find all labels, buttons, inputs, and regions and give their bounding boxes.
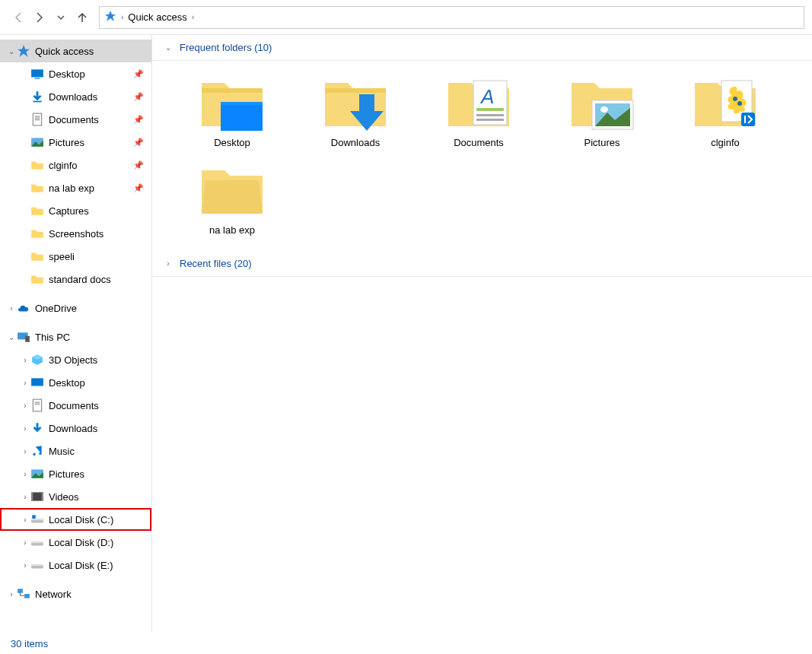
group-label: Recent files (20)	[180, 258, 252, 269]
chevron-right-icon[interactable]: ›	[20, 379, 30, 387]
tree-item-pictures[interactable]: Pictures 📌	[0, 131, 151, 154]
tree-label: clginfo	[49, 160, 78, 171]
pin-icon: 📌	[133, 115, 144, 125]
tree-item-music[interactable]: › Music	[0, 440, 151, 462]
folder-clginfo[interactable]: clginfo	[676, 71, 775, 150]
tree-item-videos[interactable]: › Videos	[0, 485, 151, 508]
group-label: Frequent folders (10)	[180, 42, 272, 53]
tree-item-local-disk-c[interactable]: › Local Disk (C:)	[0, 508, 151, 531]
disk-icon	[30, 535, 44, 549]
chevron-right-icon[interactable]: ›	[20, 424, 30, 433]
chevron-right-icon[interactable]: ›	[20, 447, 30, 456]
folder-icon	[30, 227, 44, 240]
tree-label: Documents	[49, 400, 99, 411]
chevron-right-icon[interactable]: ›	[6, 590, 17, 598]
pc-icon	[17, 330, 30, 344]
chevron-right-icon[interactable]: ›	[20, 516, 30, 524]
svg-rect-15	[31, 378, 43, 386]
chevron-right-icon[interactable]: ›	[6, 304, 17, 313]
folder-icon	[30, 204, 44, 217]
folder-icon	[198, 159, 266, 220]
chevron-down-icon[interactable]: ⌄	[6, 333, 17, 341]
chevron-right-icon[interactable]: ›	[20, 356, 30, 364]
chevron-right-icon[interactable]: ›	[20, 470, 30, 478]
tree-quick-access[interactable]: ⌄ Quick access	[0, 40, 151, 62]
tree-label: Documents	[49, 114, 99, 125]
folder-desktop[interactable]: Desktop	[183, 71, 282, 150]
tree-item-standarddocs[interactable]: standard docs	[0, 268, 151, 290]
address-bar[interactable]: › Quick access ›	[99, 6, 804, 29]
tree-item-speeli[interactable]: speeli	[0, 245, 151, 268]
breadcrumb-location[interactable]: Quick access	[128, 11, 186, 23]
forward-button[interactable]	[29, 7, 50, 28]
svg-rect-32	[24, 594, 30, 598]
tree-item-clginfo[interactable]: clginfo 📌	[0, 154, 151, 176]
tree-this-pc[interactable]: ⌄ This PC	[0, 325, 151, 348]
tree-label: Local Disk (E:)	[49, 560, 113, 571]
folder-icon	[30, 249, 44, 263]
folder-documents[interactable]: A Documents	[429, 71, 528, 150]
folder-name: na lab exp	[209, 224, 255, 237]
svg-rect-23	[42, 492, 43, 500]
pin-icon: 📌	[133, 69, 144, 79]
tree-item-downloads[interactable]: Downloads 📌	[0, 85, 151, 108]
chevron-right-icon[interactable]: ›	[20, 402, 30, 410]
folder-nalab[interactable]: na lab exp	[183, 159, 282, 237]
tree-item-3dobjects[interactable]: › 3D Objects	[0, 348, 151, 371]
svg-rect-25	[31, 519, 43, 520]
tree-item-documents-pc[interactable]: › Documents	[0, 394, 151, 417]
up-button[interactable]	[72, 7, 93, 28]
tree-item-nalab[interactable]: na lab exp 📌	[0, 176, 151, 199]
folder-icon	[30, 158, 44, 172]
chevron-right-icon[interactable]: ›	[20, 538, 30, 547]
svg-rect-3	[35, 78, 40, 79]
tree-item-local-disk-e[interactable]: › Local Disk (E:)	[0, 554, 151, 576]
chevron-right-icon[interactable]: ›	[20, 493, 30, 501]
tree-item-captures[interactable]: Captures	[0, 199, 151, 222]
svg-rect-30	[31, 564, 43, 566]
folder-name: clginfo	[711, 137, 740, 150]
tree-item-desktop-pc[interactable]: › Desktop	[0, 371, 151, 394]
picture-icon	[30, 135, 44, 149]
svg-rect-28	[31, 541, 43, 543]
network-icon	[17, 587, 30, 601]
tree-item-local-disk-d[interactable]: › Local Disk (D:)	[0, 531, 151, 554]
content-pane: ⌄ Frequent folders (10) Desktop Download…	[152, 35, 812, 633]
download-icon	[30, 90, 44, 103]
tree-onedrive[interactable]: › OneDrive	[0, 297, 151, 319]
item-count: 30 items	[11, 638, 48, 649]
tree-item-pictures-pc[interactable]: › Pictures	[0, 462, 151, 485]
tree-label: Network	[35, 589, 72, 600]
svg-rect-34	[221, 102, 263, 105]
tree-item-desktop[interactable]: Desktop 📌	[0, 62, 151, 85]
svg-text:A: A	[479, 85, 494, 108]
tree-label: standard docs	[49, 274, 111, 285]
chevron-right-icon[interactable]: ›	[20, 561, 30, 570]
pin-icon: 📌	[133, 160, 144, 170]
folder-downloads[interactable]: Downloads	[306, 71, 405, 150]
svg-point-43	[600, 106, 608, 113]
tree-item-documents[interactable]: Documents 📌	[0, 108, 151, 131]
svg-rect-16	[33, 399, 41, 411]
tree-label: Quick access	[35, 46, 94, 57]
svg-rect-33	[221, 102, 263, 131]
group-frequent-folders[interactable]: ⌄ Frequent folders (10)	[152, 35, 812, 61]
group-recent-files[interactable]: › Recent files (20)	[152, 251, 812, 277]
star-icon	[17, 44, 30, 58]
tree-label: Pictures	[49, 137, 84, 148]
svg-rect-18	[35, 404, 40, 405]
recent-locations-button[interactable]	[50, 7, 72, 28]
chevron-down-icon[interactable]: ⌄	[6, 47, 17, 56]
chevron-right-icon: ›	[121, 13, 123, 21]
tree-label: Videos	[49, 491, 79, 503]
tree-network[interactable]: › Network	[0, 583, 151, 605]
folder-icon	[30, 272, 44, 286]
svg-rect-6	[35, 116, 40, 117]
tree-item-screenshots[interactable]: Screenshots	[0, 222, 151, 245]
folder-icon	[30, 181, 44, 195]
svg-rect-22	[31, 492, 33, 500]
back-button[interactable]	[8, 7, 29, 28]
tree-item-downloads-pc[interactable]: › Downloads	[0, 417, 151, 440]
folder-pictures[interactable]: Pictures	[552, 71, 651, 150]
svg-rect-39	[476, 119, 504, 121]
